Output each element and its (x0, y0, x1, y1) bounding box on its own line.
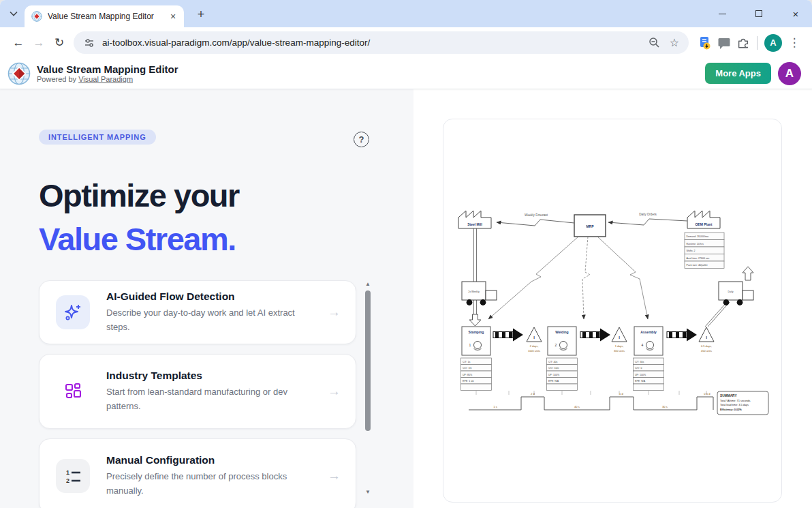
process-name: Assembly (640, 330, 657, 334)
site-settings-icon[interactable] (82, 35, 97, 50)
data-row: C/O: 10m (548, 367, 559, 370)
browser-tab[interactable]: Value Stream Mapping Editor × (25, 5, 184, 27)
page-title: Optimize your Value Stream. (39, 174, 239, 261)
visual-paradigm-link[interactable]: Visual Paradigm (78, 75, 133, 83)
data-row: C/O: 1hr (463, 367, 472, 370)
close-icon: × (793, 9, 799, 19)
browser-profile-avatar[interactable]: A (764, 34, 782, 52)
timeline-value: 40 s (574, 405, 580, 408)
card-text: Manual Configuration Precisely define th… (106, 454, 311, 497)
data-row: C/T: 1s (463, 361, 470, 363)
arrow-right-icon[interactable]: → (328, 468, 341, 483)
templates-grid-icon (56, 374, 90, 408)
data-row: UP: 100% (635, 374, 646, 376)
reload-button[interactable]: ↻ (49, 33, 69, 53)
maximize-icon (755, 10, 762, 17)
more-apps-button[interactable]: More Apps (705, 63, 771, 84)
card-text: Industry Templates Start from lean-stand… (106, 370, 311, 413)
data-row: EPE: N/A (548, 380, 559, 383)
daily-orders-arrow: Daily Orders (608, 213, 687, 225)
steel-mill-factory: Steel Mill (458, 211, 491, 228)
left-shipment-line (474, 228, 477, 314)
daily-orders-label: Daily Orders (639, 213, 657, 216)
welding-data-table: C/T: 40s C/O: 10m UP: 100% EPE: N/A (547, 358, 578, 391)
reading-list-icon[interactable] (696, 33, 715, 53)
card-manual-configuration[interactable]: 12 Manual Configuration Precisely define… (39, 438, 356, 508)
card-description: Precisely define the number of process b… (106, 470, 311, 497)
maximize-button[interactable] (752, 7, 766, 20)
timeline-value: 30 s (662, 405, 668, 408)
summary-efficiency: Efficiency: 0.02% (720, 408, 742, 411)
browser-menu-icon[interactable]: ⋮ (785, 33, 804, 53)
url-text[interactable]: ai-toolbox.visual-paradigm.com/app/value… (102, 38, 641, 48)
push-arrow-3 (667, 329, 697, 342)
app-title: Value Stream Mapping Editor (37, 63, 178, 75)
back-button[interactable]: ← (8, 33, 29, 53)
inventory-triangle-1: I 2 days, 1000 units (527, 327, 542, 353)
timeline-ticks (476, 391, 706, 395)
minimize-button[interactable] (715, 7, 729, 20)
data-row: UP: 100% (548, 374, 560, 376)
minimize-icon (719, 14, 726, 14)
app-title-block: Value Stream Mapping Editor Powered by V… (37, 63, 178, 83)
forward-button[interactable]: → (29, 33, 49, 53)
summary-box: SUMMARY Total VA time: 71 seconds Total … (717, 391, 768, 415)
scroll-up-icon[interactable]: ▲ (363, 281, 373, 287)
preview-panel: Steel Mill MRP OEM Plant (413, 89, 812, 508)
card-description: Describe your day-to-day work and let AI… (106, 306, 311, 333)
process-name: Stamping (469, 330, 484, 334)
new-tab-button[interactable]: + (193, 7, 208, 22)
mrp-label: MRP (586, 224, 594, 228)
operator-count: 1 (469, 343, 471, 347)
card-industry-templates[interactable]: Industry Templates Start from lean-stand… (39, 354, 356, 429)
push-arrow-into-stamping (469, 314, 481, 326)
extensions-puzzle-icon[interactable] (734, 33, 753, 53)
operator-count: 2 (555, 343, 557, 347)
oem-data-table: Demand: 18,000/mo Runtime: 20 hrs Shifts… (685, 233, 724, 269)
card-title: AI-Guided Flow Detection (106, 290, 311, 303)
arrow-right-icon[interactable]: → (328, 305, 341, 320)
oem-row: Shifts: 2 (687, 250, 696, 252)
truck-right-label: Daily (728, 290, 734, 293)
card-title: Industry Templates (106, 370, 311, 382)
app-logo-icon (7, 61, 31, 86)
data-row: EPE: N/A (635, 380, 646, 383)
window-controls: × (715, 0, 802, 27)
data-row: UP: 85% (463, 374, 473, 376)
inventory-triangle-2: I 1 days, 300 units (612, 327, 627, 353)
mrp-schedule-arrows (488, 237, 648, 319)
tab-title: Value Stream Mapping Editor (48, 12, 162, 21)
scrollbar-thumb[interactable] (365, 290, 371, 431)
bookmark-star-icon[interactable]: ☆ (667, 35, 682, 50)
favicon-visual-paradigm-icon (31, 11, 42, 22)
scroll-down-icon[interactable]: ▼ (363, 489, 373, 495)
operator-count: 4 (642, 343, 644, 347)
svg-text:1: 1 (66, 469, 69, 476)
browser-titlebar: Value Stream Mapping Editor × + × (0, 0, 812, 27)
panel-scrollbar[interactable]: ▲ ▼ (363, 89, 373, 508)
numbered-list-icon: 12 (56, 459, 90, 493)
right-shipment-line (705, 302, 730, 327)
vsm-timeline: 1 s 2 d 40 s 1 d 30 s 0.5 d (469, 392, 713, 410)
zoom-out-icon[interactable] (646, 35, 661, 50)
tab-close-icon[interactable]: × (168, 11, 178, 22)
oem-row: Pack size: 40/pallet (687, 264, 708, 267)
card-ai-guided-flow-detection[interactable]: AI-Guided Flow Detection Describe your d… (39, 280, 356, 344)
card-description: Start from lean-standard manufacturing o… (106, 385, 297, 413)
data-row: C/O: 0 (635, 367, 642, 370)
powered-by-text: Powered by (37, 75, 76, 83)
summary-title: SUMMARY (720, 394, 737, 398)
close-button[interactable]: × (789, 7, 802, 20)
oem-plant-label: OEM Plant (695, 222, 712, 226)
address-bar[interactable]: ai-toolbox.visual-paradigm.com/app/value… (74, 31, 689, 54)
process-stamping: Stamping 1 (462, 327, 490, 355)
card-text: AI-Guided Flow Detection Describe your d… (106, 290, 311, 333)
vsm-diagram: Steel Mill MRP OEM Plant (443, 119, 782, 503)
user-avatar[interactable]: A (778, 62, 801, 85)
tab-search-button[interactable] (5, 6, 22, 21)
process-name: Welding (555, 330, 568, 334)
feedback-bubble-icon[interactable] (715, 33, 734, 53)
arrow-right-icon[interactable]: → (328, 384, 341, 399)
mrp-box: MRP (574, 215, 606, 237)
oem-plant-factory: OEM Plant (687, 211, 720, 228)
